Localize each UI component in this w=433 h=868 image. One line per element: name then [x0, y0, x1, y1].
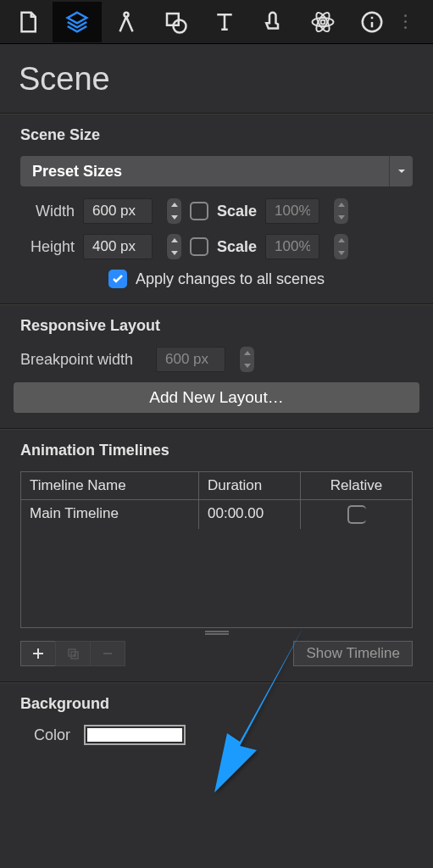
- width-scale-input[interactable]: [266, 203, 319, 220]
- width-scale-stepper[interactable]: [333, 198, 348, 224]
- height-stepper[interactable]: [166, 234, 181, 259]
- show-timeline-label: Show Timeline: [306, 645, 400, 662]
- width-scale-field[interactable]: [265, 198, 319, 224]
- height-scale-field[interactable]: [265, 234, 319, 259]
- element-tab[interactable]: [151, 2, 200, 42]
- scene-tab[interactable]: [53, 2, 102, 42]
- width-label: Width: [20, 203, 75, 220]
- preset-sizes-dropdown[interactable]: Preset Sizes: [20, 156, 413, 186]
- actions-tab[interactable]: [249, 2, 298, 42]
- responsive-section: Responsive Layout Breakpoint width Add N…: [0, 304, 433, 429]
- breakpoint-label: Breakpoint width: [20, 351, 147, 369]
- scene-size-section: Scene Size Preset Sizes Width Scale Heig…: [0, 114, 433, 304]
- height-scale-label: Scale: [217, 238, 257, 256]
- table-resize-handle[interactable]: [10, 630, 423, 636]
- scene-size-header: Scene Size: [10, 126, 423, 144]
- apply-all-checkbox[interactable]: [108, 270, 127, 288]
- col-name-header[interactable]: Timeline Name: [21, 472, 199, 499]
- document-tab[interactable]: [3, 2, 53, 42]
- show-timeline-button[interactable]: Show Timeline: [293, 641, 413, 666]
- duplicate-timeline-button[interactable]: [55, 641, 91, 666]
- svg-point-0: [125, 12, 129, 16]
- chevron-down-icon: [389, 156, 413, 186]
- timeline-relative-checkbox[interactable]: [347, 505, 366, 524]
- height-label: Height: [20, 238, 75, 256]
- height-field[interactable]: [83, 234, 153, 259]
- color-label: Color: [34, 726, 70, 744]
- add-layout-label: Add New Layout…: [149, 388, 283, 407]
- apply-all-label: Apply changes to all scenes: [136, 270, 325, 288]
- panel-title: Scene: [0, 44, 433, 114]
- remove-timeline-button[interactable]: [90, 641, 125, 666]
- height-scale-input[interactable]: [266, 238, 319, 255]
- width-scale-label: Scale: [217, 203, 257, 220]
- timelines-header: Animation Timelines: [10, 442, 423, 459]
- width-field[interactable]: [83, 198, 153, 224]
- timelines-section: Animation Timelines Timeline Name Durati…: [0, 429, 433, 682]
- add-layout-button[interactable]: Add New Layout…: [14, 382, 419, 413]
- background-color-swatch[interactable]: [84, 725, 186, 745]
- responsive-header: Responsive Layout: [10, 317, 423, 335]
- preset-sizes-label: Preset Sizes: [20, 163, 122, 181]
- col-duration-header[interactable]: Duration: [199, 472, 301, 499]
- breakpoint-field[interactable]: [156, 347, 225, 372]
- svg-point-3: [321, 19, 325, 24]
- col-relative-header[interactable]: Relative: [301, 472, 412, 499]
- timeline-duration-cell: 00:00.00: [199, 500, 301, 529]
- svg-point-4: [313, 18, 334, 26]
- metrics-tab[interactable]: [102, 2, 151, 42]
- width-scale-checkbox[interactable]: [190, 202, 208, 220]
- physics-tab[interactable]: [298, 2, 347, 42]
- breakpoint-input[interactable]: [157, 351, 225, 368]
- height-input[interactable]: [84, 238, 152, 255]
- toolbar-overflow-icon[interactable]: [397, 5, 414, 39]
- height-scale-stepper[interactable]: [333, 234, 348, 259]
- add-timeline-button[interactable]: [20, 641, 56, 666]
- table-row[interactable]: Main Timeline 00:00.00: [21, 500, 412, 529]
- width-stepper[interactable]: [166, 198, 181, 224]
- background-header: Background: [10, 695, 423, 713]
- typography-tab[interactable]: [200, 2, 249, 42]
- identity-tab[interactable]: [347, 2, 397, 42]
- width-input[interactable]: [84, 203, 152, 220]
- svg-rect-1: [167, 14, 179, 25]
- breakpoint-stepper[interactable]: [239, 347, 254, 372]
- background-section: Background Color: [0, 682, 433, 779]
- timeline-name-cell: Main Timeline: [21, 500, 199, 529]
- timelines-table: Timeline Name Duration Relative Main Tim…: [20, 471, 413, 628]
- inspector-toolbar: [0, 0, 433, 44]
- height-scale-checkbox[interactable]: [190, 237, 208, 256]
